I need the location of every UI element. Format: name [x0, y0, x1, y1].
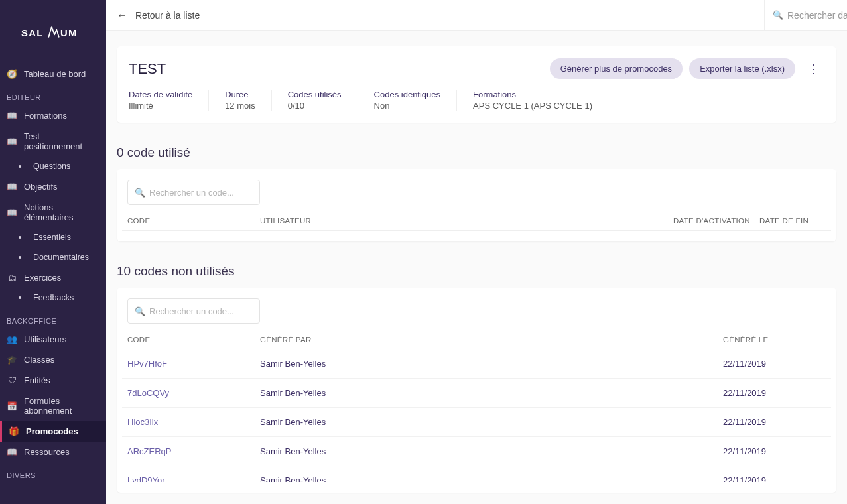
meta-duration-label: Durée: [225, 90, 255, 99]
cell-generated-on: 22/11/2019: [723, 359, 826, 369]
th-user: UTILISATEUR: [260, 217, 673, 225]
svg-text:SAL: SAL: [21, 28, 44, 38]
brand-logo: SAL UM: [0, 0, 106, 64]
th-code: CODE: [127, 336, 260, 344]
bullet-icon: [19, 296, 21, 299]
cell-generated-by: Samir Ben-Yelles: [260, 359, 723, 369]
search-placeholder: Rechercher dans: [787, 10, 847, 21]
unused-codes-search-input[interactable]: [149, 306, 253, 316]
sidebar-item-objectifs[interactable]: 📖 Objectifs: [0, 176, 106, 197]
meta-identical-value: Non: [374, 101, 440, 111]
sidebar-item-label: Notions élémentaires: [24, 202, 99, 222]
sidebar-item-label: Objectifs: [24, 182, 58, 192]
table-row[interactable]: LvdD9Yor Samir Ben-Yelles 22/11/2019: [122, 466, 831, 482]
th-activation: DATE D'ACTIVATION: [673, 217, 759, 225]
sidebar-item-utilisateurs[interactable]: 👥 Utilisateurs: [0, 329, 106, 349]
global-search[interactable]: 🔍 Rechercher dans: [764, 0, 847, 30]
sidebar-item-label: Utilisateurs: [24, 334, 66, 344]
cell-code: Hioc3Ilx: [127, 417, 260, 427]
book-icon: 📖: [7, 447, 17, 457]
meta-identical-label: Codes identiques: [374, 90, 440, 99]
table-row[interactable]: Hioc3Ilx Samir Ben-Yelles 22/11/2019: [122, 408, 831, 437]
used-codes-search[interactable]: 🔍: [127, 180, 260, 205]
book-icon: 📖: [7, 208, 17, 218]
generate-more-button[interactable]: Générer plus de promocodes: [550, 58, 683, 79]
meta-formations-value: APS CYCLE 1 (APS CYCLE 1): [473, 101, 592, 111]
sidebar: SAL UM 🧭 Tableau de bord ÉDITEUR 📖 Forma…: [0, 0, 106, 504]
salvum-logo: SAL UM: [21, 20, 85, 44]
meta-validity-label: Dates de validité: [129, 90, 192, 99]
unused-codes-title: 10 codes non utilisés: [117, 264, 836, 279]
cell-generated-on: 22/11/2019: [723, 417, 826, 427]
shield-icon: 🛡: [7, 375, 17, 385]
meta-formations-label: Formations: [473, 90, 592, 99]
users-icon: 👥: [7, 334, 17, 344]
cell-generated-by: Samir Ben-Yelles: [260, 446, 723, 456]
bullet-icon: [19, 256, 21, 259]
sidebar-group-editor: ÉDITEUR: [0, 84, 106, 105]
cell-generated-by: Samir Ben-Yelles: [260, 417, 723, 427]
bullet-icon: [19, 236, 21, 239]
svg-text:UM: UM: [60, 28, 78, 38]
sidebar-item-documentaires[interactable]: Documentaires: [0, 247, 106, 267]
used-codes-title: 0 code utilisé: [117, 145, 836, 160]
copy-icon: 🗂: [7, 273, 17, 283]
calendar-icon: 📅: [7, 401, 17, 411]
cell-code: LvdD9Yor: [127, 475, 260, 482]
sidebar-item-label: Classes: [24, 355, 54, 365]
meta-codes-used-value: 0/10: [288, 101, 342, 111]
sidebar-item-notions[interactable]: 📖 Notions élémentaires: [0, 197, 106, 227]
table-row[interactable]: 7dLoCQVy Samir Ben-Yelles 22/11/2019: [122, 379, 831, 408]
sidebar-item-essentiels[interactable]: Essentiels: [0, 227, 106, 247]
more-menu-button[interactable]: ⋮: [802, 59, 824, 79]
gift-icon: 🎁: [9, 426, 19, 436]
sidebar-item-label: Formules abonnement: [24, 396, 99, 416]
cell-generated-on: 22/11/2019: [723, 388, 826, 398]
table-row[interactable]: ARcZERqP Samir Ben-Yelles 22/11/2019: [122, 437, 831, 466]
search-icon: 🔍: [135, 188, 145, 198]
cell-generated-on: 22/11/2019: [723, 446, 826, 456]
cell-code: HPv7HfoF: [127, 359, 260, 369]
sidebar-item-feedbacks[interactable]: Feedbacks: [0, 288, 106, 308]
unused-codes-search[interactable]: 🔍: [127, 298, 260, 324]
sidebar-item-dashboard[interactable]: 🧭 Tableau de bord: [0, 64, 106, 84]
sidebar-item-classes[interactable]: 🎓 Classes: [0, 349, 106, 370]
sidebar-item-formations[interactable]: 📖 Formations: [0, 105, 106, 126]
sidebar-item-formules[interactable]: 📅 Formules abonnement: [0, 391, 106, 421]
vertical-dots-icon: ⋮: [807, 62, 819, 76]
sidebar-item-label: Formations: [24, 111, 67, 121]
cell-code: 7dLoCQVy: [127, 388, 260, 398]
sidebar-item-questions[interactable]: Questions: [0, 157, 106, 176]
cell-generated-by: Samir Ben-Yelles: [260, 475, 723, 482]
book-icon: 📖: [7, 182, 17, 192]
sidebar-item-exercices[interactable]: 🗂 Exercices: [0, 267, 106, 288]
sidebar-item-label: Ressources: [24, 447, 70, 457]
meta-duration-value: 12 mois: [225, 101, 255, 111]
graduation-icon: 🎓: [7, 355, 17, 365]
sidebar-item-test-positionnement[interactable]: 📖 Test positionnement: [0, 126, 106, 157]
search-icon: 🔍: [135, 306, 145, 316]
sidebar-item-promocodes[interactable]: 🎁 Promocodes: [0, 421, 106, 442]
bullet-icon: [19, 165, 21, 168]
sidebar-item-label: Tableau de bord: [24, 69, 86, 79]
sidebar-group-divers: DIVERS: [0, 462, 106, 483]
back-to-list[interactable]: ← Retour à la liste: [106, 9, 764, 21]
book-icon: 📖: [7, 111, 17, 121]
th-gen-on: GÉNÉRÉ LE: [723, 336, 826, 344]
cell-code: ARcZERqP: [127, 446, 260, 456]
sidebar-item-label: Essentiels: [33, 233, 71, 242]
sidebar-item-ressources[interactable]: 📖 Ressources: [0, 442, 106, 462]
dashboard-icon: 🧭: [7, 69, 17, 79]
used-codes-card: 🔍 CODE UTILISATEUR DATE D'ACTIVATION DAT…: [117, 169, 836, 241]
used-codes-search-input[interactable]: [149, 188, 253, 198]
promocode-header-card: TEST Générer plus de promocodes Exporter…: [117, 46, 836, 123]
page-title: TEST: [129, 60, 166, 78]
sidebar-item-label: Entités: [24, 375, 50, 385]
sidebar-item-label: Questions: [33, 162, 70, 171]
table-row[interactable]: HPv7HfoF Samir Ben-Yelles 22/11/2019: [122, 349, 831, 379]
th-code: CODE: [127, 217, 260, 225]
back-label: Retour à la liste: [135, 10, 200, 21]
export-list-button[interactable]: Exporter la liste (.xlsx): [689, 58, 795, 79]
sidebar-item-label: Exercices: [24, 273, 61, 283]
sidebar-item-entites[interactable]: 🛡 Entités: [0, 370, 106, 391]
